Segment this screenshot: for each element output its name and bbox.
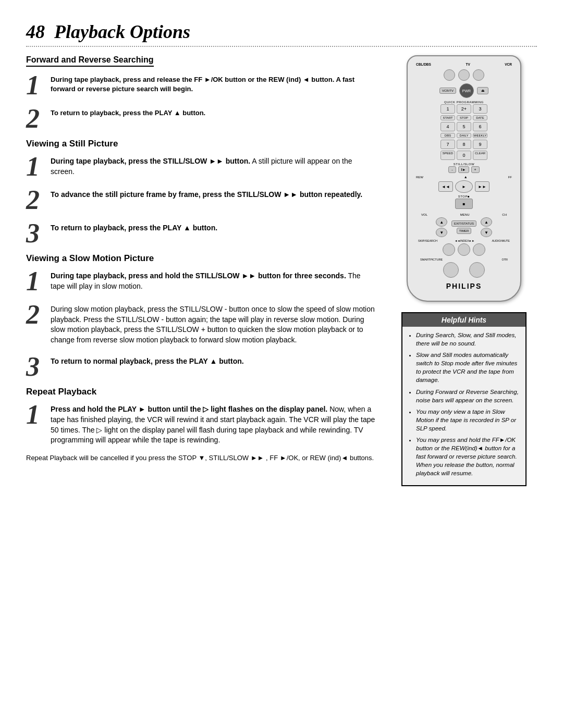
btn-3[interactable]: 3 bbox=[473, 104, 487, 114]
vol-up[interactable]: ▲ bbox=[436, 217, 447, 227]
daily-label: DAILY bbox=[457, 133, 471, 138]
page-title-text: Playback Options bbox=[54, 21, 190, 42]
skip-search-label: SKIP/SEARCH bbox=[418, 239, 437, 242]
audio-mute-button[interactable] bbox=[473, 243, 485, 256]
remote-body: CBL/DBS TV VCR VCR/TV PWR ⏏ QUICK PROGRA… bbox=[407, 55, 521, 302]
cbl-dbs-button[interactable] bbox=[444, 69, 455, 81]
step-number: 1 bbox=[26, 153, 44, 180]
clear-label: CLEAR bbox=[473, 151, 487, 160]
step-content: To return to playback, press the PLAY ▲ … bbox=[51, 105, 375, 120]
exit-status-area: EXIT/STATUS TIMER bbox=[451, 220, 476, 234]
play-up-label: ▲ bbox=[425, 175, 506, 179]
still-step-2: 2 To advance the still picture frame by … bbox=[26, 187, 375, 214]
hint-2: Slow and Still modes automatically switc… bbox=[416, 351, 520, 384]
timer-button[interactable]: TIMER bbox=[457, 228, 472, 234]
step-text: To return to playback, press the PLAY ▲ … bbox=[51, 223, 375, 233]
slow-step-2: 2 During slow motion playback, press the… bbox=[26, 301, 375, 347]
smart-otr-buttons bbox=[416, 262, 512, 278]
btn-date-label: DATE bbox=[473, 115, 487, 120]
vol-down[interactable]: ▼ bbox=[436, 228, 447, 237]
subsection-title-still: Viewing a Still Picture bbox=[26, 139, 375, 149]
step-content: During tape playback, press and hold the… bbox=[51, 268, 375, 293]
audio-mute-label: AUDIO/MUTE bbox=[492, 239, 510, 242]
menu-label: MENU bbox=[460, 213, 470, 216]
tv-button[interactable] bbox=[458, 69, 470, 81]
helpful-hints-list: During Search, Slow, and Still modes, th… bbox=[408, 331, 520, 478]
step-number: 1 bbox=[26, 401, 44, 428]
remote-control: CBL/DBS TV VCR VCR/TV PWR ⏏ QUICK PROGRA… bbox=[399, 55, 529, 302]
still-slow-plus[interactable]: + bbox=[471, 166, 480, 173]
stop-label: STOP■ bbox=[458, 195, 470, 198]
transport-row: ◄◄ ► ►► bbox=[438, 180, 489, 193]
exit-status-button[interactable]: EXIT/STATUS bbox=[451, 220, 476, 227]
btn-4[interactable]: 4 bbox=[440, 122, 455, 131]
otr-label: OTR bbox=[501, 258, 508, 261]
otr-button[interactable] bbox=[469, 262, 485, 278]
vcr-label: VCR bbox=[505, 63, 512, 66]
main-layout: Forward and Reverse Searching 1 During t… bbox=[26, 55, 537, 486]
step-number: 2 bbox=[26, 301, 44, 328]
btn-6[interactable]: 6 bbox=[473, 122, 487, 131]
rewind-button[interactable]: ◄◄ bbox=[438, 181, 453, 192]
section-forward-reverse: Forward and Reverse Searching 1 During t… bbox=[26, 55, 375, 132]
step-content: To advance the still picture frame by fr… bbox=[51, 187, 375, 202]
vcr-tv-button[interactable]: VCR/TV bbox=[439, 88, 456, 94]
step-content: To return to playback, press the PLAY ▲ … bbox=[51, 220, 375, 236]
forward-reverse-step-1: 1 During tape playback, press and releas… bbox=[26, 72, 375, 99]
remote-source-row[interactable] bbox=[416, 69, 512, 81]
step-text: During tape playback, press and hold the… bbox=[51, 271, 375, 291]
section-heading-forward-reverse: Forward and Reverse Searching bbox=[26, 55, 154, 67]
philips-logo: PHILIPS bbox=[416, 282, 512, 290]
bottom-labels: SKIP/SEARCH ◄◄INDEX►► AUDIO/MUTE bbox=[416, 239, 512, 242]
ch-down[interactable]: ▼ bbox=[481, 228, 492, 237]
btn-1[interactable]: 1 bbox=[440, 104, 455, 114]
step-number: 3 bbox=[26, 353, 44, 380]
step-text: During slow motion playback, press the S… bbox=[51, 304, 375, 345]
btn-5[interactable]: 5 bbox=[457, 122, 471, 131]
hint-4: You may only view a tape in Slow Motion … bbox=[416, 408, 520, 433]
step-number: 2 bbox=[26, 105, 44, 132]
weekly-label: WEEKLY bbox=[473, 133, 487, 138]
eject-button[interactable]: ⏏ bbox=[477, 87, 488, 94]
stop-button[interactable]: ■ bbox=[455, 199, 473, 209]
btn-start-label: START bbox=[440, 115, 455, 120]
btn-9[interactable]: 9 bbox=[473, 140, 487, 149]
index-button[interactable] bbox=[458, 243, 470, 256]
hint-3: During Forward or Reverse Searching, noi… bbox=[416, 388, 520, 404]
ff-label: FF bbox=[508, 176, 512, 179]
subsection-title-repeat: Repeat Playback bbox=[26, 387, 375, 397]
repeat-cancel-text: Repeat Playback will be cancelled if you… bbox=[26, 454, 375, 462]
power-button[interactable]: PWR bbox=[459, 83, 474, 98]
btn-0[interactable]: 0 bbox=[457, 151, 471, 160]
still-slow-play[interactable]: I► bbox=[458, 166, 469, 173]
ch-up[interactable]: ▲ bbox=[481, 217, 492, 227]
slow-step-3: 3 To return to normal playback, press th… bbox=[26, 353, 375, 380]
btn-7[interactable]: 7 bbox=[440, 140, 455, 149]
step-number: 1 bbox=[26, 268, 44, 295]
step-text: To advance the still picture frame by fr… bbox=[51, 190, 375, 200]
btn-2[interactable]: 2+ bbox=[457, 104, 471, 114]
still-slow-minus[interactable]: - bbox=[448, 166, 456, 173]
vol-controls: ▲ ▼ bbox=[436, 217, 447, 237]
section-repeat-playback: Repeat Playback 1 Press and hold the PLA… bbox=[26, 387, 375, 461]
smartpicture-button[interactable] bbox=[443, 262, 459, 278]
vcr-button[interactable] bbox=[473, 69, 484, 81]
dbs-label: DBS bbox=[440, 133, 455, 138]
tv-label: TV bbox=[466, 63, 470, 66]
step-text: To return to normal playback, press the … bbox=[51, 356, 375, 367]
fast-forward-button[interactable]: ►► bbox=[475, 181, 489, 192]
forward-reverse-step-2: 2 To return to playback, press the PLAY … bbox=[26, 105, 375, 132]
subsection-title-slow: Viewing a Slow Motion Picture bbox=[26, 253, 375, 264]
still-slow-buttons: - I► + bbox=[416, 166, 512, 173]
skip-search-button[interactable] bbox=[443, 243, 455, 256]
btn-8[interactable]: 8 bbox=[457, 140, 471, 149]
helpful-hints-box: Helpful Hints During Search, Slow, and S… bbox=[401, 312, 527, 486]
cbl-dbs-label: CBL/DBS bbox=[416, 63, 431, 66]
slow-step-1: 1 During tape playback, press and hold t… bbox=[26, 268, 375, 295]
page-title: 48 Playback Options bbox=[26, 21, 537, 43]
play-button[interactable]: ► bbox=[455, 180, 473, 193]
step-text: Press and hold the PLAY ► button until t… bbox=[51, 404, 375, 445]
step-text: During tape playback, press the STILL/SL… bbox=[51, 156, 375, 177]
still-step-1: 1 During tape playback, press the STILL/… bbox=[26, 153, 375, 180]
step-number: 1 bbox=[26, 72, 44, 99]
